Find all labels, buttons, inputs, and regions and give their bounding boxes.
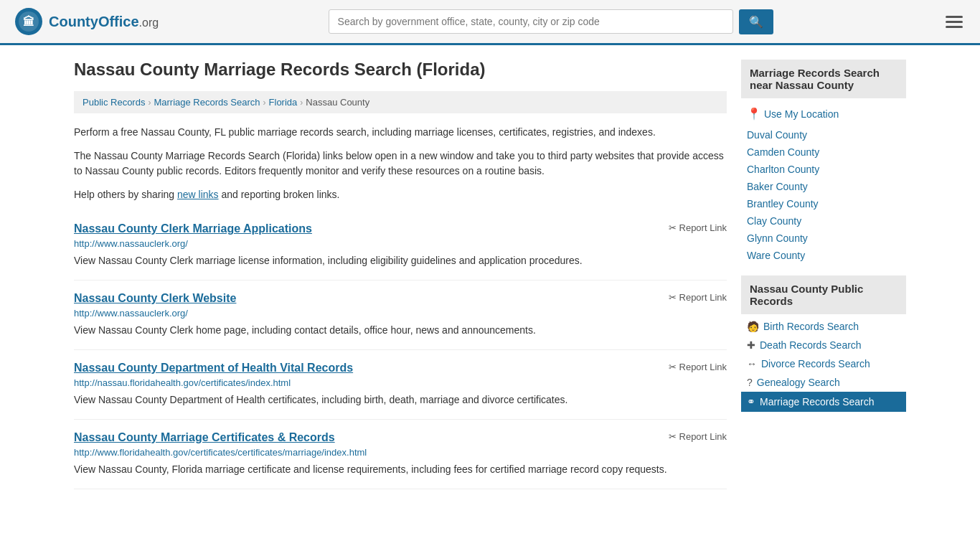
records-marriage: ⚭ Marriage Records Search	[741, 392, 906, 412]
search-area: 🔍	[329, 9, 773, 34]
header: 🏛 CountyOffice.org 🔍	[0, 0, 980, 45]
divorce-records-link[interactable]: Divorce Records Search	[761, 358, 870, 369]
nearby-list: 📍 Use My Location Duval County Camden Co…	[741, 101, 906, 264]
nearby-county-item: Duval County	[741, 126, 906, 143]
breadcrumb-nassau: Nassau County	[306, 97, 369, 108]
cross-icon: ✚	[747, 339, 755, 351]
nearby-county-item: Camden County	[741, 143, 906, 161]
location-icon: 📍	[747, 107, 761, 121]
page-title: Nassau County Marriage Records Search (F…	[74, 60, 727, 80]
scissors-icon-4: ✂	[669, 431, 677, 442]
report-link-4[interactable]: ✂ Report Link	[669, 431, 727, 442]
result-item: Nassau County Clerk Marriage Application…	[74, 211, 727, 281]
result-title-2[interactable]: Nassau County Clerk Website	[74, 292, 236, 305]
description-2: The Nassau County Marriage Records Searc…	[74, 149, 727, 179]
result-desc-4: View Nassau County, Florida marriage cer…	[74, 462, 727, 477]
person-icon: 🧑	[747, 321, 759, 332]
nearby-county-item: Brantley County	[741, 195, 906, 212]
nearby-county-item: Clay County	[741, 212, 906, 230]
menu-button[interactable]	[943, 13, 966, 31]
question-icon: ?	[747, 377, 753, 388]
result-title-1[interactable]: Nassau County Clerk Marriage Application…	[74, 222, 312, 235]
description-1: Perform a free Nassau County, FL public …	[74, 125, 727, 140]
use-location-link[interactable]: Use My Location	[764, 108, 839, 120]
report-link-1[interactable]: ✂ Report Link	[669, 222, 727, 233]
sidebar: Marriage Records Search near Nassau Coun…	[741, 60, 906, 489]
rings-icon: ⚭	[747, 396, 755, 408]
logo-icon: 🏛	[14, 7, 43, 36]
result-desc-2: View Nassau County Clerk home page, incl…	[74, 323, 727, 338]
new-links-link[interactable]: new links	[177, 189, 219, 200]
scissors-icon-2: ✂	[669, 292, 677, 303]
logo-text: CountyOffice.org	[49, 14, 159, 30]
breadcrumb: Public Records › Marriage Records Search…	[74, 91, 727, 113]
search-input[interactable]	[329, 9, 733, 34]
result-item: Nassau County Department of Health Vital…	[74, 350, 727, 420]
scissors-icon-3: ✂	[669, 362, 677, 372]
breadcrumb-public-records[interactable]: Public Records	[83, 97, 145, 108]
nearby-header: Marriage Records Search near Nassau Coun…	[741, 60, 906, 98]
records-death: ✚ Death Records Search	[741, 336, 906, 354]
result-title-4[interactable]: Nassau County Marriage Certificates & Re…	[74, 431, 335, 444]
county-link-6[interactable]: Glynn County	[747, 232, 808, 244]
use-location-item[interactable]: 📍 Use My Location	[741, 101, 906, 126]
main-container: Nassau County Marriage Records Search (F…	[60, 45, 920, 504]
description-3: Help others by sharing new links and rep…	[74, 187, 727, 202]
county-link-3[interactable]: Baker County	[747, 181, 808, 192]
county-link-2[interactable]: Charlton County	[747, 164, 819, 175]
breadcrumb-florida[interactable]: Florida	[269, 97, 298, 108]
county-link-4[interactable]: Brantley County	[747, 198, 819, 209]
nearby-county-item: Baker County	[741, 178, 906, 195]
records-birth: 🧑 Birth Records Search	[741, 317, 906, 336]
logo-area: 🏛 CountyOffice.org	[14, 7, 159, 36]
search-button[interactable]: 🔍	[739, 9, 773, 34]
result-url-4[interactable]: http://www.floridahealth.gov/certificate…	[74, 447, 727, 458]
county-link-0[interactable]: Duval County	[747, 129, 807, 141]
scissors-icon-1: ✂	[669, 222, 677, 233]
marriage-records-link[interactable]: Marriage Records Search	[760, 396, 875, 408]
records-header: Nassau County Public Records	[741, 276, 906, 314]
genealogy-link[interactable]: Genealogy Search	[757, 377, 840, 388]
content-area: Nassau County Marriage Records Search (F…	[74, 60, 727, 489]
records-section: Nassau County Public Records 🧑 Birth Rec…	[741, 276, 906, 412]
result-item: Nassau County Marriage Certificates & Re…	[74, 420, 727, 489]
report-link-3[interactable]: ✂ Report Link	[669, 362, 727, 372]
result-url-1[interactable]: http://www.nassauclerk.org/	[74, 238, 727, 249]
result-title-3[interactable]: Nassau County Department of Health Vital…	[74, 362, 353, 375]
result-desc-1: View Nassau County Clerk marriage licens…	[74, 253, 727, 268]
death-records-link[interactable]: Death Records Search	[760, 339, 862, 351]
result-url-3[interactable]: http://nassau.floridahealth.gov/certific…	[74, 377, 727, 388]
nearby-county-item: Ware County	[741, 247, 906, 264]
nearby-county-item: Charlton County	[741, 161, 906, 178]
arrows-icon: ↔	[747, 358, 757, 369]
birth-records-link[interactable]: Birth Records Search	[763, 321, 859, 332]
county-link-7[interactable]: Ware County	[747, 250, 805, 261]
result-desc-3: View Nassau County Department of Health …	[74, 392, 727, 408]
county-link-5[interactable]: Clay County	[747, 215, 801, 227]
county-link-1[interactable]: Camden County	[747, 146, 819, 158]
report-link-2[interactable]: ✂ Report Link	[669, 292, 727, 303]
nearby-county-item: Glynn County	[741, 230, 906, 247]
breadcrumb-marriage-records[interactable]: Marriage Records Search	[154, 97, 260, 108]
svg-text:🏛: 🏛	[23, 15, 34, 28]
nearby-section: Marriage Records Search near Nassau Coun…	[741, 60, 906, 264]
records-genealogy: ? Genealogy Search	[741, 373, 906, 392]
result-url-2[interactable]: http://www.nassauclerk.org/	[74, 308, 727, 319]
records-list: 🧑 Birth Records Search ✚ Death Records S…	[741, 317, 906, 412]
result-item: Nassau County Clerk Website ✂ Report Lin…	[74, 281, 727, 350]
records-divorce: ↔ Divorce Records Search	[741, 354, 906, 373]
